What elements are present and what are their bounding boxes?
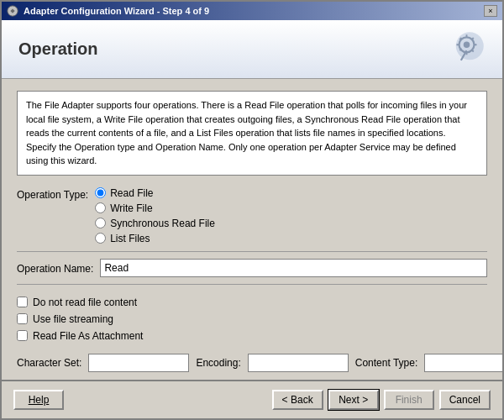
help-button[interactable]: Help	[13, 390, 64, 410]
wizard-window: Adapter Configuration Wizard - Step 4 of…	[0, 0, 504, 420]
checkbox-streaming-input[interactable]	[17, 313, 28, 324]
header-banner: Operation	[2, 20, 502, 79]
radio-read-file-label: Read File	[110, 187, 153, 199]
radio-read-file[interactable]: Read File	[95, 187, 215, 199]
radio-list-files-input[interactable]	[95, 233, 106, 244]
radio-sync-read-file[interactable]: Synchronous Read File	[95, 218, 215, 229]
footer-left: Help	[13, 390, 64, 410]
footer-right: < Back Next > Finish Cancel	[272, 390, 491, 410]
radio-list-files-label: List Files	[110, 233, 150, 244]
content-type-label: Content Type:	[355, 357, 418, 369]
encoding-label: Encoding:	[196, 357, 240, 369]
checkbox-attachment[interactable]: Read File As Attachment	[17, 330, 487, 342]
checkbox-attachment-label: Read File As Attachment	[33, 330, 143, 342]
checkbox-streaming-label: Use file streaming	[33, 313, 113, 325]
content-type-input[interactable]	[424, 354, 502, 372]
title-bar-icon	[7, 5, 18, 17]
radio-sync-read-file-input[interactable]	[95, 218, 106, 228]
character-set-label: Character Set:	[17, 357, 81, 369]
checkbox-attachment-input[interactable]	[17, 330, 28, 341]
title-text: Adapter Configuration Wizard - Step 4 of…	[24, 6, 209, 16]
radio-sync-read-file-label: Synchronous Read File	[110, 218, 215, 229]
title-bar: Adapter Configuration Wizard - Step 4 of…	[2, 2, 502, 20]
footer: Help < Back Next > Finish Cancel	[2, 380, 502, 418]
operation-type-label: Operation Type:	[17, 187, 88, 201]
checkbox-group: Do not read file content Use file stream…	[17, 297, 487, 342]
content-area: The File Adapter supports four operation…	[2, 79, 502, 380]
character-set-input[interactable]	[88, 354, 189, 372]
back-button[interactable]: < Back	[272, 390, 323, 410]
radio-write-file-input[interactable]	[95, 202, 106, 213]
encoding-row: Character Set: Encoding: Content Type:	[17, 354, 487, 372]
checkbox-no-read-label: Do not read file content	[33, 297, 137, 308]
operation-name-label: Operation Name:	[17, 261, 93, 275]
close-button[interactable]: ×	[484, 5, 497, 17]
operation-name-input[interactable]	[100, 259, 487, 277]
checkbox-no-read-input[interactable]	[17, 297, 28, 307]
description-text: The File Adapter supports four operation…	[17, 91, 487, 176]
radio-read-file-input[interactable]	[95, 187, 106, 198]
operation-type-row: Operation Type: Read File Write File Syn…	[17, 187, 487, 244]
next-button[interactable]: Next >	[328, 390, 379, 410]
radio-list-files[interactable]: List Files	[95, 233, 215, 244]
page-title: Operation	[18, 39, 97, 59]
cancel-button[interactable]: Cancel	[439, 390, 491, 410]
encoding-input[interactable]	[248, 354, 349, 372]
svg-point-3	[464, 42, 470, 49]
checkbox-streaming[interactable]: Use file streaming	[17, 313, 487, 325]
finish-button[interactable]: Finish	[384, 390, 434, 410]
radio-group: Read File Write File Synchronous Read Fi…	[95, 187, 215, 244]
radio-write-file-label: Write File	[110, 202, 152, 214]
radio-write-file[interactable]: Write File	[95, 202, 215, 214]
checkbox-no-read[interactable]: Do not read file content	[17, 297, 487, 308]
operation-name-row: Operation Name:	[17, 251, 487, 285]
wizard-icon	[435, 26, 486, 72]
